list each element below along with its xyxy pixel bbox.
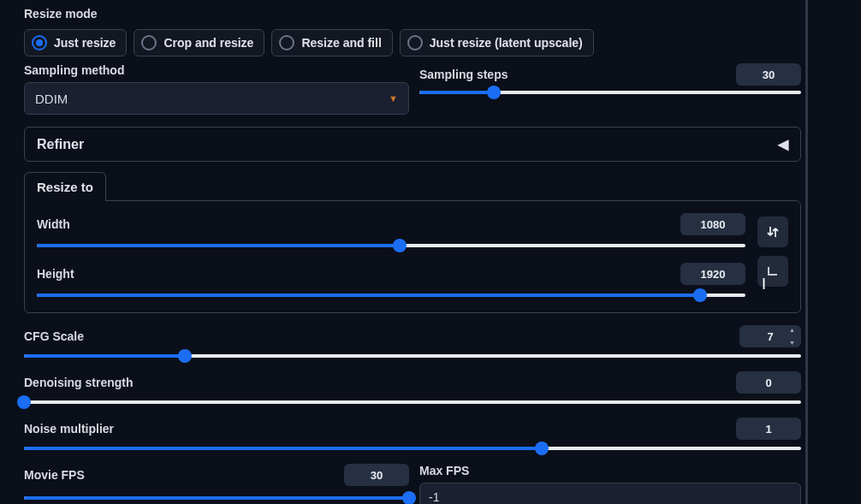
denoising-value[interactable]: 0 (736, 371, 801, 394)
ruler-icon (766, 264, 780, 278)
movie-fps-label: Movie FPS (24, 468, 85, 482)
denoising-slider[interactable] (24, 399, 801, 406)
resize-mode-group: Just resize Crop and resize Resize and f… (24, 29, 801, 56)
radio-label: Just resize (54, 36, 116, 50)
cfg-scale-value[interactable]: 7 ▲▼ (739, 325, 801, 347)
movie-fps-value[interactable]: 30 (344, 464, 409, 486)
noise-multiplier-value[interactable]: 1 (736, 418, 801, 440)
chevron-down-icon: ▼ (389, 93, 398, 104)
sampling-steps-label: Sampling steps (419, 68, 508, 81)
cfg-scale-slider[interactable] (24, 353, 801, 359)
sampling-method-select[interactable]: DDIM ▼ (24, 82, 409, 115)
width-label: Width (37, 217, 70, 231)
swap-icon (766, 225, 780, 239)
height-value[interactable]: 1920 (680, 263, 745, 285)
height-label: Height (37, 267, 74, 281)
resize-mode-label: Resize mode (24, 7, 801, 21)
radio-label: Just resize (latent upscale) (430, 36, 583, 50)
dimensions-box: Width 1080 Height 1920 (24, 200, 801, 313)
resize-mode-option-latent-upscale[interactable]: Just resize (latent upscale) (400, 29, 594, 56)
movie-fps-slider[interactable] (24, 495, 409, 501)
panel-border (805, 0, 808, 504)
resize-to-tab[interactable]: Resize to (24, 172, 106, 201)
max-fps-input[interactable] (419, 483, 801, 504)
resize-mode-option-resize-and-fill[interactable]: Resize and fill (271, 29, 392, 56)
radio-icon (141, 35, 157, 50)
height-slider[interactable] (37, 292, 745, 299)
width-value[interactable]: 1080 (680, 213, 745, 235)
resize-mode-option-just-resize[interactable]: Just resize (24, 29, 127, 56)
radio-icon (407, 35, 423, 50)
sampling-steps-slider[interactable] (419, 89, 801, 96)
swap-dimensions-button[interactable] (757, 216, 788, 247)
noise-multiplier-slider[interactable] (24, 445, 801, 452)
radio-label: Resize and fill (301, 36, 381, 50)
radio-icon (32, 35, 47, 50)
radio-icon (279, 35, 294, 50)
detect-size-button[interactable] (757, 256, 788, 287)
refiner-accordion[interactable]: Refiner ◀ (24, 127, 801, 162)
settings-panel: Resize mode Just resize Crop and resize … (17, 0, 808, 504)
radio-label: Crop and resize (163, 36, 253, 50)
noise-multiplier-label: Noise multiplier (24, 422, 114, 436)
resize-mode-option-crop-and-resize[interactable]: Crop and resize (134, 29, 264, 56)
sampling-steps-value[interactable]: 30 (736, 63, 801, 86)
sampling-method-label: Sampling method (24, 63, 409, 77)
sampling-method-value: DDIM (35, 92, 68, 106)
collapse-left-icon: ◀ (778, 136, 788, 152)
max-fps-label: Max FPS (419, 464, 801, 477)
width-slider[interactable] (37, 242, 745, 249)
denoising-label: Denoising strength (24, 376, 134, 389)
stepper-icon[interactable]: ▲▼ (789, 327, 799, 346)
cfg-scale-label: CFG Scale (24, 329, 84, 343)
refiner-label: Refiner (37, 137, 84, 152)
